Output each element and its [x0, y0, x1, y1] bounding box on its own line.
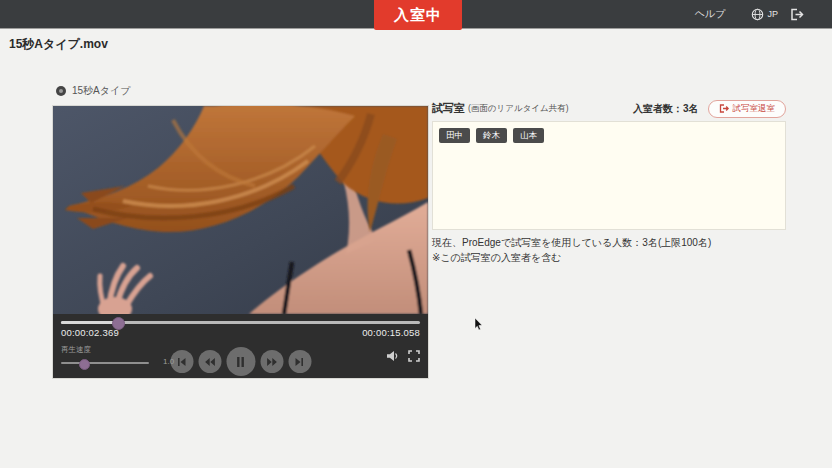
language-label: JP: [767, 9, 778, 19]
status-badge: 入室中: [374, 0, 462, 30]
leave-room-label: 試写室退室: [733, 103, 776, 115]
fullscreen-icon: [408, 350, 420, 362]
globe-icon: [751, 8, 764, 21]
help-link[interactable]: ヘルプ: [695, 7, 726, 21]
playback-speed-value: 1.0: [163, 357, 174, 366]
members-box: 田中 鈴木 山本: [432, 121, 786, 230]
current-time: 00:00:02.369: [61, 327, 119, 338]
seek-bar[interactable]: [61, 321, 420, 324]
fast-forward-button[interactable]: [260, 350, 283, 373]
playback-speed-slider[interactable]: [61, 362, 149, 364]
video-frame[interactable]: [53, 106, 428, 314]
video-still-artwork: [53, 106, 428, 314]
leave-room-button[interactable]: 試写室退室: [708, 100, 787, 118]
fast-forward-icon: [266, 357, 277, 367]
language-switch[interactable]: JP: [751, 8, 778, 21]
occupancy-count: 入室者数：3名: [633, 102, 699, 116]
member-chip: 山本: [513, 128, 544, 143]
room-subtitle: (画面のリアルタイム共有): [468, 103, 569, 115]
video-icon: [56, 86, 66, 96]
page-title: 15秒Aタイプ.mov: [9, 36, 108, 53]
skip-start-icon: [177, 357, 187, 367]
playback-speed-control: 再生速度 1.0: [61, 345, 211, 355]
seek-bar-fill: [61, 321, 117, 324]
skip-end-button[interactable]: [288, 350, 311, 373]
screening-room-panel: 試写室 (画面のリアルタイム共有) 入室者数：3名 試写室退室 田中 鈴木 山本…: [432, 99, 786, 265]
duration-time: 00:00:15.058: [362, 327, 420, 338]
playback-speed-label: 再生速度: [61, 345, 211, 355]
volume-button[interactable]: [386, 350, 399, 362]
rewind-icon: [204, 357, 215, 367]
pause-icon: [236, 356, 246, 368]
cursor-icon: [474, 318, 483, 331]
video-label-text: 15秒Aタイプ: [72, 84, 131, 98]
video-player: 00:00:02.369 00:00:15.058: [53, 106, 428, 378]
usage-note-line2: ※この試写室の入室者を含む: [432, 251, 786, 266]
room-title: 試写室: [432, 101, 465, 116]
playback-speed-handle[interactable]: [79, 359, 90, 370]
player-controls: 00:00:02.369 00:00:15.058: [53, 314, 428, 378]
leave-room-icon: [719, 104, 729, 113]
volume-icon: [386, 350, 399, 362]
fullscreen-button[interactable]: [408, 350, 420, 362]
member-chip: 鈴木: [476, 128, 507, 143]
pause-button[interactable]: [226, 347, 255, 376]
usage-note-line1: 現在、ProEdgeで試写室を使用している人数：3名(上限100名): [432, 236, 786, 251]
member-chip: 田中: [439, 128, 470, 143]
video-label: 15秒Aタイプ: [56, 84, 131, 98]
logout-icon[interactable]: [790, 8, 804, 21]
skip-end-icon: [295, 357, 305, 367]
